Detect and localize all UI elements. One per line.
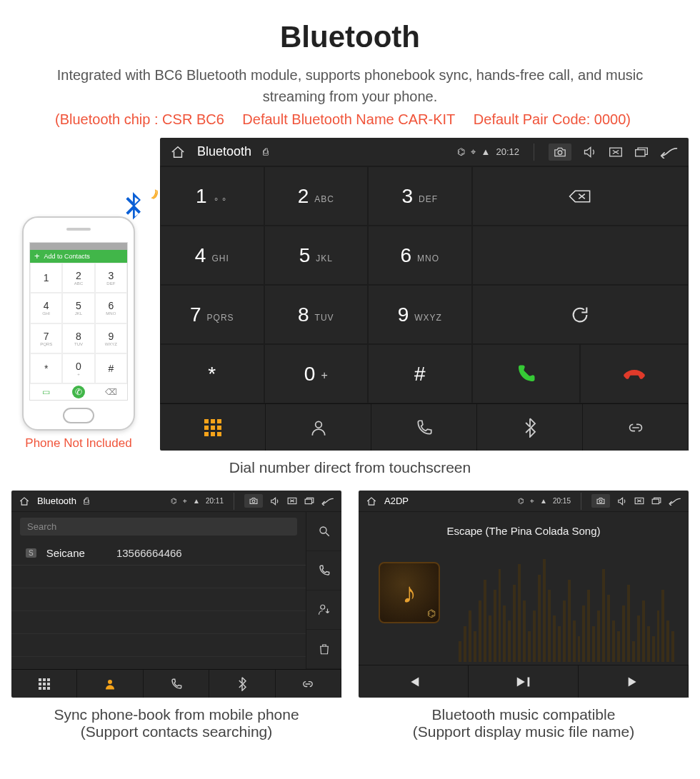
contacts-caption-1: Sync phone-book from mobile phone [54, 706, 299, 723]
clock: 20:11 [206, 497, 224, 505]
call-button[interactable] [472, 344, 581, 403]
wifi-status-icon: ▲ [481, 146, 491, 157]
page-title: Bluetooth [6, 20, 694, 54]
tab-dialpad[interactable] [11, 670, 77, 698]
gps-status-icon: ⌖ [530, 497, 534, 506]
search-button[interactable] [306, 512, 341, 551]
phone-key: 3DEF [95, 263, 127, 293]
gps-status-icon: ⌖ [183, 497, 187, 506]
delete-contact-button[interactable] [306, 630, 341, 669]
dialpad-key-1[interactable]: 1⚬⚬ [160, 166, 264, 226]
svg-point-8 [320, 605, 324, 609]
plus-icon: + [34, 253, 40, 260]
dialpad-key-*[interactable]: * [160, 344, 264, 403]
dialpad-key-6[interactable]: 6MNO [368, 226, 472, 285]
screenshot-icon[interactable] [549, 144, 571, 161]
dialpad-key-#[interactable]: # [368, 344, 472, 403]
contact-row[interactable]: S Seicane 13566664466 [11, 541, 306, 566]
tab-pairing[interactable] [276, 670, 341, 698]
svg-point-0 [558, 151, 562, 155]
svg-point-7 [320, 527, 326, 533]
recent-apps-icon[interactable] [634, 146, 649, 158]
headunit-music: A2DP ⌬ ⌖ ▲ 20:15 Escape ( [359, 491, 689, 698]
svg-rect-2 [636, 149, 645, 156]
back-icon[interactable] [669, 497, 681, 506]
music-caption-2: (Support display music file name) [359, 723, 689, 740]
usb-icon: ⎙ [84, 496, 89, 506]
spec-line: (Bluetooth chip : CSR BC6 Default Blueto… [6, 111, 694, 128]
screenshot-icon[interactable] [244, 494, 263, 508]
next-track-button[interactable] [579, 665, 689, 698]
play-pause-button[interactable] [469, 665, 579, 698]
hu-title: Bluetooth [197, 144, 251, 159]
tab-contacts[interactable] [77, 670, 143, 698]
back-icon[interactable] [660, 146, 679, 159]
phone-home-button [63, 408, 94, 423]
wifi-status-icon: ▲ [540, 497, 547, 505]
tab-bluetooth[interactable] [209, 670, 275, 698]
close-screen-icon[interactable] [287, 497, 297, 505]
page-subtitle: Integrated with BC6 Bluetooth module, su… [36, 64, 664, 107]
phone-call-button: ✆ [62, 384, 94, 400]
phone-not-included: Phone Not Included [25, 436, 131, 451]
tab-dialpad[interactable] [160, 404, 266, 451]
music-note-icon: ♪ [402, 577, 416, 609]
phone-key: * [30, 353, 62, 383]
tab-bluetooth[interactable] [477, 404, 583, 451]
recent-apps-icon[interactable] [304, 497, 314, 505]
phone-key: 6MNO [95, 293, 127, 323]
dialpad-key-8[interactable]: 8TUV [264, 285, 369, 344]
phone-key: 5JKL [62, 293, 94, 323]
phone-backspace-icon: ⌫ [95, 384, 127, 400]
sync-down-button[interactable] [306, 590, 341, 630]
hangup-button[interactable] [580, 344, 689, 403]
recent-apps-icon[interactable] [651, 497, 661, 505]
home-icon[interactable] [170, 145, 186, 159]
bluetooth-icon: ))) [121, 192, 145, 223]
clock: 20:12 [496, 146, 519, 157]
hu-title: A2DP [384, 496, 409, 506]
svg-rect-6 [305, 499, 311, 503]
volume-icon[interactable] [583, 146, 597, 159]
equalizer-visual [459, 559, 674, 662]
empty-cell [472, 226, 689, 285]
dialpad-icon [204, 419, 221, 436]
close-screen-icon[interactable] [609, 146, 623, 158]
phone-key: # [95, 353, 127, 383]
screenshot-icon[interactable] [591, 494, 610, 508]
dialpad-key-2[interactable]: 2ABC [264, 166, 369, 226]
phone-key: 1 [30, 263, 62, 293]
usb-icon: ⎙ [263, 146, 269, 157]
tab-contacts[interactable] [266, 404, 371, 451]
tab-pairing[interactable] [583, 404, 689, 451]
phone-mockup: ))) + Add to Contacts 12ABC3DEF4GHI5JKL6… [22, 216, 135, 431]
home-icon[interactable] [366, 496, 377, 506]
dialpad-key-7[interactable]: 7PQRS [160, 285, 264, 344]
back-icon[interactable] [321, 497, 334, 506]
spec-btname: Default Bluetooth Name CAR-KIT [242, 111, 455, 127]
add-contacts-label: Add to Contacts [44, 253, 90, 260]
phone-key: 4GHI [30, 293, 62, 323]
dialpad-key-0[interactable]: 0+ [264, 344, 369, 403]
backspace-button[interactable] [472, 166, 689, 226]
volume-icon[interactable] [617, 497, 627, 506]
music-caption: Bluetooth music compatible (Support disp… [359, 706, 689, 740]
album-art: ♪ ⌬ [379, 562, 440, 623]
dialpad-key-9[interactable]: 9WXYZ [368, 285, 472, 344]
call-contact-button[interactable] [306, 551, 341, 590]
dialpad-key-3[interactable]: 3DEF [368, 166, 472, 226]
tab-calllog[interactable] [144, 670, 209, 698]
redial-button[interactable] [472, 285, 689, 344]
svg-point-4 [252, 500, 255, 503]
prev-track-button[interactable] [359, 665, 469, 698]
contact-number: 13566664466 [116, 547, 182, 559]
volume-icon[interactable] [270, 497, 280, 506]
close-screen-icon[interactable] [634, 497, 644, 505]
tab-calllog[interactable] [371, 404, 477, 451]
headunit-dialer: Bluetooth ⎙ ⌬ ⌖ ▲ 20:12 [160, 138, 689, 451]
dialpad-key-4[interactable]: 4GHI [160, 226, 264, 285]
dialpad-key-5[interactable]: 5JKL [264, 226, 369, 285]
search-input[interactable]: Search [20, 518, 297, 536]
contacts-caption: Sync phone-book from mobile phone (Suppo… [11, 706, 341, 740]
home-icon[interactable] [19, 496, 30, 506]
